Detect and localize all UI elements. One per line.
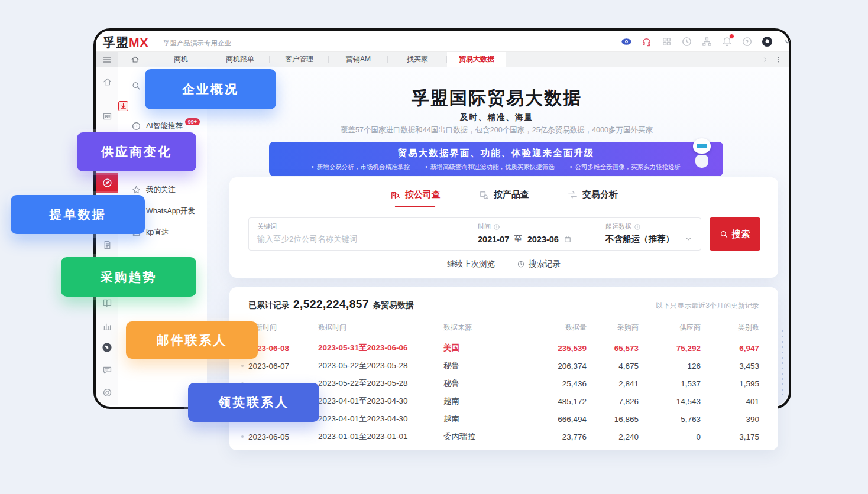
table-cell: 75,292 (639, 344, 701, 353)
home-icon[interactable] (101, 76, 113, 87)
table-cell: 2023-05-22至2023-05-28 (318, 360, 443, 371)
table-cell: 2023-06-05 (241, 433, 318, 441)
table-row[interactable]: 2023-04-01至2023-04-30越南666,49416,8655,76… (241, 410, 766, 428)
table-row[interactable]: 2023-04-01至2023-04-30越南485,1727,82614,54… (241, 392, 766, 410)
table-cell: 2023-04-01至2023-04-30 (318, 414, 443, 424)
column-header: 数据来源 (443, 323, 527, 333)
table-cell: 2023-05-22至2023-05-28 (318, 378, 443, 389)
sitemap-icon[interactable] (700, 35, 713, 48)
table-cell: 485,172 (527, 397, 587, 406)
feature-label-提单数据[interactable]: 提单数据 (11, 195, 145, 234)
table-cell: 2023-06-07 (241, 362, 318, 370)
chevron-down-icon (685, 235, 692, 243)
table-cell: 23,776 (527, 433, 587, 441)
page-description: 覆盖57个国家进口数据和44国出口数据，包含200个国家，25亿条贸易数据，40… (231, 125, 763, 135)
keyword-input[interactable] (257, 235, 452, 243)
search-history-link[interactable]: 搜索记录 (517, 259, 561, 269)
whatsapp-icon[interactable] (101, 342, 113, 353)
divider (506, 260, 506, 268)
eye-icon[interactable] (620, 35, 633, 48)
search-form: 关键词 时间 2021-07 至 2023-06 船运数据 (248, 217, 701, 251)
feature-label-企业概况[interactable]: 企业概况 (145, 69, 276, 109)
notification-badge (729, 34, 734, 39)
table-row[interactable]: 2023-06-052023-01-01至2023-01-01委内瑞拉23,77… (241, 428, 766, 446)
sidebar-item-label: 我的关注 (146, 185, 176, 195)
banner-point: 公司多维全景画像，买家实力轻松透析 (570, 163, 681, 171)
nav-tab-1[interactable]: 商机 (151, 52, 210, 67)
sidebar-item-hidden-0[interactable] (118, 78, 141, 93)
search-tab-交易分析[interactable]: 交易分析 (567, 189, 618, 207)
search-tab-按公司查[interactable]: 按公司查 (390, 189, 441, 207)
nav-tab-3[interactable]: 客户管理 (270, 52, 329, 67)
feature-label-邮件联系人[interactable]: 邮件联系人 (126, 321, 258, 359)
table-cell: 4,675 (587, 362, 639, 370)
id-card-icon[interactable] (101, 110, 113, 122)
table-cell: 5,763 (639, 415, 701, 424)
bell-icon[interactable] (720, 35, 733, 48)
column-header: 数据量 (527, 323, 587, 333)
data-table-card: 已累计记录 2,522,224,857 条贸易数据 以下只显示最近3个月的更新记… (229, 287, 778, 450)
nav-tab-5[interactable]: 找买家 (388, 52, 447, 67)
robot-mascot-icon (689, 137, 715, 174)
table-cell: 委内瑞拉 (443, 431, 527, 442)
book-icon[interactable] (101, 297, 113, 308)
sidebar-item-label: AI智能推荐 (146, 121, 183, 131)
nav-tab-2[interactable]: 商机跟单 (210, 52, 270, 67)
grid-icon[interactable] (660, 35, 673, 48)
sidebar-toggle[interactable] (96, 52, 118, 67)
search-card: 按公司查按产品查交易分析 关键词 时间 2021-07 至 2023-06 (229, 177, 778, 278)
table-cell: 14,543 (639, 397, 701, 406)
chevron-right-icon[interactable] (762, 56, 769, 63)
table-cell: 126 (639, 362, 701, 370)
time-label: 时间 (478, 222, 597, 231)
table-cell: 越南 (443, 396, 527, 407)
table-cell: 2023-05-31至2023-06-06 (318, 343, 443, 353)
banner-points: 新增交易分析，市场机会精准掌控新增高级查询和过滤功能，优质买家快捷筛选公司多维全… (269, 163, 723, 171)
search-button[interactable]: 搜索 (710, 217, 760, 251)
chevron-down-icon[interactable] (780, 35, 793, 48)
table-cell: 2023-04-01至2023-04-30 (318, 396, 443, 407)
table-cell: 206,374 (527, 362, 587, 370)
upgrade-banner[interactable]: 贸易大数据界面、功能、体验迎来全面升级 新增交易分析，市场机会精准掌控新增高级查… (269, 142, 723, 176)
rail-item-active[interactable] (96, 173, 118, 193)
feature-label-供应商变化[interactable]: 供应商变化 (77, 132, 196, 171)
nav-tab-6[interactable]: 贸易大数据 (447, 52, 506, 67)
headset-icon[interactable] (640, 35, 653, 48)
search-tabs: 按公司查按产品查交易分析 (229, 189, 778, 207)
clock-icon[interactable] (680, 35, 693, 48)
sidebar-item-label: kp直达 (146, 228, 169, 238)
shipping-select[interactable]: 不含船运（推荐） (605, 233, 701, 245)
home-tab[interactable] (118, 52, 151, 67)
feature-label-领英联系人[interactable]: 领英联系人 (188, 383, 319, 422)
sidebar-item-label: WhatsApp开发 (146, 206, 195, 216)
header-icons (620, 34, 793, 48)
column-header: 类别数 (701, 323, 759, 333)
banner-title: 贸易大数据界面、功能、体验迎来全面升级 (269, 147, 723, 160)
sidebar-item-hidden-1[interactable] (118, 98, 128, 113)
table-row[interactable]: 2023-06-082023-05-31至2023-06-06美国235,539… (241, 339, 766, 357)
table-cell: 1,537 (639, 379, 701, 388)
more-menu-icon[interactable] (775, 56, 782, 63)
search-tab-按产品查[interactable]: 按产品查 (478, 189, 529, 207)
page: 孚盟MX 孚盟产品演示专用企业 商机商机跟单客户管理营销AM找买家贸易大数据 A… (0, 0, 868, 494)
doc-icon[interactable] (101, 239, 113, 251)
table-cell: 0 (639, 433, 701, 441)
ai-icon (131, 121, 141, 131)
chat-icon[interactable] (101, 364, 113, 376)
download-icon (118, 101, 128, 111)
banner-point: 新增高级查询和过滤功能，优质买家快捷筛选 (425, 163, 555, 171)
nav-tab-4[interactable]: 营销AM (329, 52, 388, 67)
keyword-label: 关键词 (257, 222, 469, 231)
sidebar-item-AI智能推荐[interactable]: AI智能推荐99+ (118, 118, 200, 134)
feature-label-采购趋势[interactable]: 采购趋势 (61, 257, 196, 297)
table-row[interactable]: 2023-06-072023-05-22至2023-05-28秘鲁206,374… (241, 357, 766, 375)
logo-tagline: 孚盟产品演示专用企业 (163, 39, 231, 48)
chart-icon[interactable] (101, 320, 113, 332)
continue-browsing-link[interactable]: 继续上次浏览 (447, 259, 495, 269)
time-range[interactable]: 2021-07 至 2023-06 (478, 233, 597, 245)
table-row[interactable]: 2023-05-22至2023-05-28秘鲁25,4362,8411,5371… (241, 375, 766, 392)
target-icon[interactable] (101, 386, 113, 398)
help-icon[interactable] (740, 35, 753, 48)
avatar[interactable] (760, 35, 773, 48)
table-cell: 7,826 (587, 397, 639, 406)
